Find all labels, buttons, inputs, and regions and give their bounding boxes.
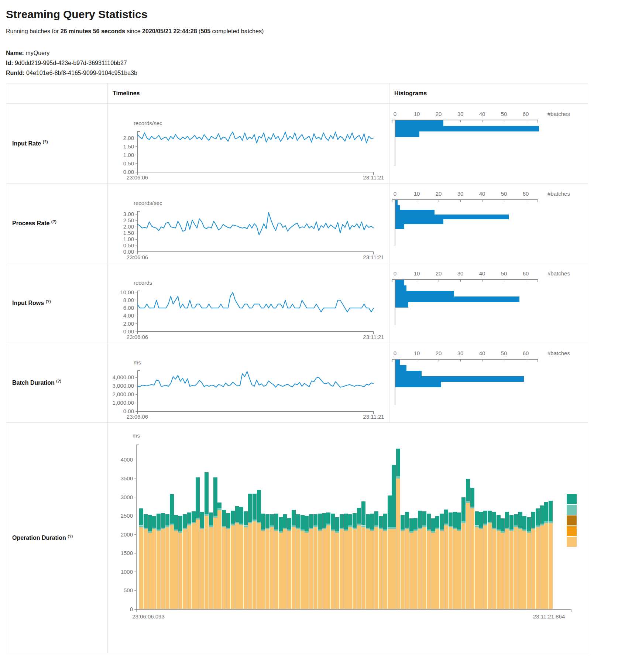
svg-text:0: 0 [394, 191, 396, 197]
svg-text:4.00: 4.00 [123, 312, 134, 319]
process-rate-histogram-chart: 0102030405060#batches [389, 184, 588, 263]
svg-text:30: 30 [457, 350, 464, 356]
svg-text:1.00: 1.00 [123, 236, 134, 242]
svg-text:0.50: 0.50 [123, 160, 134, 167]
legend-swatch-3 [567, 526, 577, 536]
input-rate-help-icon[interactable]: (?) [43, 140, 48, 144]
batch-duration-help-icon[interactable]: (?) [56, 379, 61, 383]
svg-text:0.50: 0.50 [123, 242, 134, 248]
operation-duration-stacked-chart: ms4000350030002500200015001000500023:06:… [108, 423, 588, 653]
svg-text:500: 500 [124, 587, 133, 593]
process-rate-row: Process Rate (?) records/sec3.002.502.00… [6, 184, 588, 263]
summary-suffix: completed batches) [210, 28, 264, 34]
svg-text:23:06:06: 23:06:06 [127, 334, 148, 340]
svg-text:1.00: 1.00 [123, 152, 134, 158]
input-rows-help-icon[interactable]: (?) [46, 299, 51, 304]
batch-duration-histogram-chart: 0102030405060#batches [389, 343, 588, 422]
svg-text:#batches: #batches [547, 191, 570, 197]
svg-text:3.00: 3.00 [123, 211, 134, 217]
svg-text:20: 20 [436, 191, 442, 197]
svg-text:40: 40 [479, 191, 485, 197]
svg-text:records/sec: records/sec [134, 120, 162, 126]
svg-text:1,000.00: 1,000.00 [113, 400, 134, 406]
legend-swatch-4 [567, 537, 577, 547]
svg-text:50: 50 [501, 270, 507, 277]
svg-text:23:06:06: 23:06:06 [127, 414, 148, 420]
svg-text:30: 30 [457, 111, 464, 117]
running-batches-summary: Running batches for 26 minutes 56 second… [6, 28, 625, 35]
input-rows-histogram-chart: 0102030405060#batches [389, 263, 588, 343]
histograms-header: Histograms [389, 83, 588, 104]
svg-text:0: 0 [394, 350, 396, 356]
svg-text:3000: 3000 [121, 494, 133, 500]
svg-text:6.00: 6.00 [123, 305, 134, 311]
input-rate-label: Input Rate (?) [6, 104, 108, 184]
svg-text:3500: 3500 [121, 475, 133, 481]
svg-text:40: 40 [479, 111, 485, 117]
svg-text:10: 10 [414, 350, 420, 356]
svg-text:10: 10 [414, 191, 420, 197]
svg-text:2.00: 2.00 [123, 223, 134, 230]
svg-text:23:11:21: 23:11:21 [363, 334, 384, 340]
input-rate-histogram-chart: 0102030405060#batches [389, 104, 588, 183]
svg-text:40: 40 [479, 270, 485, 277]
query-id-value: 9d0dd219-995d-423e-b97d-36931110bb27 [15, 60, 127, 66]
query-metadata: Name: myQuery Id: 9d0dd219-995d-423e-b97… [6, 48, 625, 78]
process-rate-timeline-chart: records/sec3.002.502.001.501.000.500.002… [108, 184, 389, 263]
svg-text:20: 20 [436, 270, 442, 277]
svg-text:2.00: 2.00 [123, 135, 134, 141]
svg-text:0: 0 [394, 111, 396, 117]
batch-duration-label: Batch Duration (?) [6, 343, 108, 423]
svg-text:50: 50 [501, 191, 507, 197]
input-rows-label: Input Rows (?) [6, 263, 108, 343]
start-timestamp: 2020/05/21 22:44:28 [142, 28, 197, 34]
query-id-label: Id: [6, 60, 13, 66]
legend-swatch-0 [567, 494, 577, 504]
svg-text:#batches: #batches [547, 270, 570, 277]
svg-text:3,000.00: 3,000.00 [113, 383, 134, 389]
svg-text:2.50: 2.50 [123, 217, 134, 223]
svg-text:2000: 2000 [121, 531, 133, 538]
running-duration: 26 minutes 56 seconds [61, 28, 125, 34]
query-id-row: Id: 9d0dd219-995d-423e-b97d-36931110bb27 [6, 58, 625, 68]
svg-text:50: 50 [501, 111, 507, 117]
query-name-label: Name: [6, 50, 24, 56]
summary-prefix: Running batches for [6, 28, 61, 34]
svg-text:#batches: #batches [547, 350, 570, 356]
svg-text:2.00: 2.00 [123, 320, 134, 327]
svg-text:1.50: 1.50 [123, 230, 134, 236]
svg-text:ms: ms [134, 359, 141, 366]
batch-duration-row: Batch Duration (?) ms4,000.003,000.002,0… [6, 343, 588, 423]
svg-text:4000: 4000 [121, 456, 133, 463]
svg-text:23:11:21: 23:11:21 [363, 174, 384, 181]
svg-text:ms: ms [133, 432, 140, 439]
svg-text:1.50: 1.50 [123, 143, 134, 150]
batch-duration-timeline-chart: ms4,000.003,000.002,000.001,000.000.0023… [108, 343, 389, 422]
legend-swatch-1 [567, 505, 577, 515]
legend-swatch-2 [567, 515, 577, 525]
process-rate-help-icon[interactable]: (?) [51, 219, 56, 224]
input-rows-timeline-chart: records10.008.006.004.002.000.0023:06:06… [108, 263, 389, 343]
svg-text:0: 0 [394, 270, 396, 277]
page-title: Streaming Query Statistics [6, 8, 625, 21]
summary-since: since [125, 28, 142, 34]
svg-text:8.00: 8.00 [123, 297, 134, 303]
svg-text:records/sec: records/sec [134, 200, 162, 206]
operation-duration-help-icon[interactable]: (?) [68, 534, 73, 538]
operation-duration-label: Operation Duration (?) [6, 423, 108, 653]
svg-text:23:06:06: 23:06:06 [127, 174, 148, 181]
svg-text:60: 60 [523, 191, 529, 197]
svg-text:40: 40 [479, 350, 485, 356]
svg-text:60: 60 [523, 270, 529, 277]
svg-text:1500: 1500 [121, 550, 133, 556]
svg-text:23:06:06: 23:06:06 [127, 254, 148, 260]
svg-text:60: 60 [523, 111, 529, 117]
svg-text:20: 20 [436, 350, 442, 356]
svg-text:4,000.00: 4,000.00 [113, 374, 134, 380]
svg-text:30: 30 [457, 191, 464, 197]
process-rate-label: Process Rate (?) [6, 184, 108, 263]
input-rate-row: Input Rate (?) records/sec2.001.501.000.… [6, 104, 588, 184]
operation-duration-row: Operation Duration (?) ms400035003000250… [6, 423, 588, 653]
query-runid-label: RunId: [6, 70, 25, 76]
query-runid-value: 04e101e6-8bf8-4165-9099-9104c951ba3b [26, 70, 137, 76]
